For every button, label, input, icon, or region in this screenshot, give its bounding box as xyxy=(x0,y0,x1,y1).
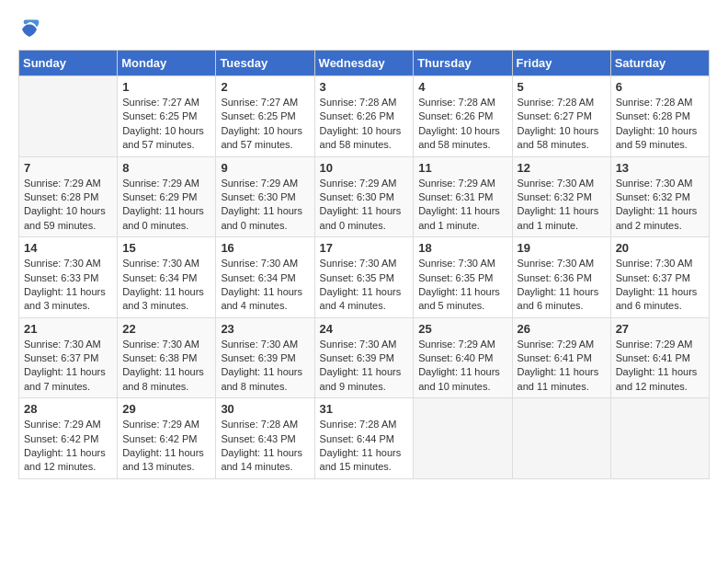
calendar-cell: 4Sunrise: 7:28 AM Sunset: 6:26 PM Daylig… xyxy=(414,76,512,157)
calendar-cell: 6Sunrise: 7:28 AM Sunset: 6:28 PM Daylig… xyxy=(610,76,709,157)
day-number: 16 xyxy=(221,241,309,255)
calendar-cell: 1Sunrise: 7:27 AM Sunset: 6:25 PM Daylig… xyxy=(118,76,216,157)
day-number: 26 xyxy=(518,322,606,336)
calendar-cell: 16Sunrise: 7:30 AM Sunset: 6:34 PM Dayli… xyxy=(216,237,314,318)
day-number: 25 xyxy=(418,322,506,336)
day-info: Sunrise: 7:30 AM Sunset: 6:35 PM Dayligh… xyxy=(418,257,506,314)
day-info: Sunrise: 7:27 AM Sunset: 6:25 PM Dayligh… xyxy=(221,96,309,153)
day-number: 23 xyxy=(221,322,309,336)
day-info: Sunrise: 7:30 AM Sunset: 6:34 PM Dayligh… xyxy=(122,257,210,314)
day-info: Sunrise: 7:28 AM Sunset: 6:26 PM Dayligh… xyxy=(418,96,506,153)
calendar-week-row: 1Sunrise: 7:27 AM Sunset: 6:25 PM Daylig… xyxy=(19,76,710,157)
day-number: 22 xyxy=(122,322,210,336)
calendar-cell: 10Sunrise: 7:29 AM Sunset: 6:30 PM Dayli… xyxy=(314,156,414,237)
day-info: Sunrise: 7:27 AM Sunset: 6:25 PM Dayligh… xyxy=(122,96,210,153)
day-number: 4 xyxy=(418,80,506,94)
calendar-cell: 2Sunrise: 7:27 AM Sunset: 6:25 PM Daylig… xyxy=(216,76,314,157)
day-number: 7 xyxy=(24,161,112,175)
day-info: Sunrise: 7:30 AM Sunset: 6:36 PM Dayligh… xyxy=(518,257,606,314)
day-info: Sunrise: 7:28 AM Sunset: 6:27 PM Dayligh… xyxy=(518,96,606,153)
day-info: Sunrise: 7:30 AM Sunset: 6:37 PM Dayligh… xyxy=(616,257,704,314)
day-number: 15 xyxy=(122,241,210,255)
day-info: Sunrise: 7:29 AM Sunset: 6:30 PM Dayligh… xyxy=(221,177,309,234)
calendar-cell: 27Sunrise: 7:29 AM Sunset: 6:41 PM Dayli… xyxy=(610,317,709,398)
day-number: 10 xyxy=(320,161,409,175)
day-number: 29 xyxy=(122,402,210,416)
calendar-cell: 14Sunrise: 7:30 AM Sunset: 6:33 PM Dayli… xyxy=(19,237,118,318)
day-number: 17 xyxy=(320,241,409,255)
calendar-cell: 13Sunrise: 7:30 AM Sunset: 6:32 PM Dayli… xyxy=(610,156,709,237)
day-info: Sunrise: 7:29 AM Sunset: 6:30 PM Dayligh… xyxy=(320,177,409,234)
calendar-cell: 28Sunrise: 7:29 AM Sunset: 6:42 PM Dayli… xyxy=(19,398,118,479)
calendar-cell: 18Sunrise: 7:30 AM Sunset: 6:35 PM Dayli… xyxy=(414,237,512,318)
calendar-header-row: SundayMondayTuesdayWednesdayThursdayFrid… xyxy=(19,51,710,76)
day-info: Sunrise: 7:28 AM Sunset: 6:28 PM Dayligh… xyxy=(616,96,704,153)
day-number: 13 xyxy=(616,161,704,175)
calendar-table: SundayMondayTuesdayWednesdayThursdayFrid… xyxy=(18,50,710,479)
day-info: Sunrise: 7:30 AM Sunset: 6:37 PM Dayligh… xyxy=(24,338,112,395)
day-number: 5 xyxy=(518,80,606,94)
calendar-cell: 8Sunrise: 7:29 AM Sunset: 6:29 PM Daylig… xyxy=(118,156,216,237)
day-number: 19 xyxy=(518,241,606,255)
calendar-cell: 9Sunrise: 7:29 AM Sunset: 6:30 PM Daylig… xyxy=(216,156,314,237)
calendar-header-saturday: Saturday xyxy=(610,51,709,76)
day-number: 2 xyxy=(221,80,309,94)
day-info: Sunrise: 7:29 AM Sunset: 6:40 PM Dayligh… xyxy=(418,338,506,395)
day-number: 24 xyxy=(320,322,409,336)
calendar-header-wednesday: Wednesday xyxy=(314,51,414,76)
day-info: Sunrise: 7:30 AM Sunset: 6:39 PM Dayligh… xyxy=(320,338,409,395)
day-info: Sunrise: 7:30 AM Sunset: 6:35 PM Dayligh… xyxy=(320,257,409,314)
day-number: 20 xyxy=(616,241,704,255)
calendar-header-sunday: Sunday xyxy=(19,51,118,76)
day-info: Sunrise: 7:30 AM Sunset: 6:34 PM Dayligh… xyxy=(221,257,309,314)
calendar-cell xyxy=(610,398,709,479)
day-info: Sunrise: 7:29 AM Sunset: 6:42 PM Dayligh… xyxy=(24,418,112,475)
calendar-cell: 31Sunrise: 7:28 AM Sunset: 6:44 PM Dayli… xyxy=(314,398,414,479)
calendar-week-row: 7Sunrise: 7:29 AM Sunset: 6:28 PM Daylig… xyxy=(19,156,710,237)
calendar-cell: 23Sunrise: 7:30 AM Sunset: 6:39 PM Dayli… xyxy=(216,317,314,398)
day-info: Sunrise: 7:29 AM Sunset: 6:42 PM Dayligh… xyxy=(122,418,210,475)
logo-icon xyxy=(18,18,40,40)
calendar-cell: 21Sunrise: 7:30 AM Sunset: 6:37 PM Dayli… xyxy=(19,317,118,398)
calendar-cell: 7Sunrise: 7:29 AM Sunset: 6:28 PM Daylig… xyxy=(19,156,118,237)
day-info: Sunrise: 7:29 AM Sunset: 6:29 PM Dayligh… xyxy=(122,177,210,234)
day-number: 28 xyxy=(24,402,112,416)
day-info: Sunrise: 7:28 AM Sunset: 6:26 PM Dayligh… xyxy=(320,96,409,153)
calendar-cell: 17Sunrise: 7:30 AM Sunset: 6:35 PM Dayli… xyxy=(314,237,414,318)
calendar-cell: 3Sunrise: 7:28 AM Sunset: 6:26 PM Daylig… xyxy=(314,76,414,157)
day-info: Sunrise: 7:30 AM Sunset: 6:38 PM Dayligh… xyxy=(122,338,210,395)
day-info: Sunrise: 7:30 AM Sunset: 6:39 PM Dayligh… xyxy=(221,338,309,395)
calendar-cell: 15Sunrise: 7:30 AM Sunset: 6:34 PM Dayli… xyxy=(118,237,216,318)
calendar-header-friday: Friday xyxy=(512,51,610,76)
day-info: Sunrise: 7:28 AM Sunset: 6:43 PM Dayligh… xyxy=(221,418,309,475)
calendar-header-thursday: Thursday xyxy=(414,51,512,76)
day-number: 14 xyxy=(24,241,112,255)
day-info: Sunrise: 7:30 AM Sunset: 6:33 PM Dayligh… xyxy=(24,257,112,314)
day-info: Sunrise: 7:29 AM Sunset: 6:41 PM Dayligh… xyxy=(616,338,704,395)
day-info: Sunrise: 7:29 AM Sunset: 6:31 PM Dayligh… xyxy=(418,177,506,234)
day-number: 27 xyxy=(616,322,704,336)
calendar-cell: 11Sunrise: 7:29 AM Sunset: 6:31 PM Dayli… xyxy=(414,156,512,237)
day-number: 8 xyxy=(122,161,210,175)
day-number: 12 xyxy=(518,161,606,175)
calendar-cell: 20Sunrise: 7:30 AM Sunset: 6:37 PM Dayli… xyxy=(610,237,709,318)
calendar-cell: 26Sunrise: 7:29 AM Sunset: 6:41 PM Dayli… xyxy=(512,317,610,398)
day-number: 6 xyxy=(616,80,704,94)
day-number: 3 xyxy=(320,80,409,94)
day-number: 18 xyxy=(418,241,506,255)
calendar-header-monday: Monday xyxy=(118,51,216,76)
day-info: Sunrise: 7:28 AM Sunset: 6:44 PM Dayligh… xyxy=(320,418,409,475)
day-number: 1 xyxy=(122,80,210,94)
calendar-week-row: 14Sunrise: 7:30 AM Sunset: 6:33 PM Dayli… xyxy=(19,237,710,318)
calendar-week-row: 28Sunrise: 7:29 AM Sunset: 6:42 PM Dayli… xyxy=(19,398,710,479)
calendar-cell xyxy=(19,76,118,157)
calendar-cell: 29Sunrise: 7:29 AM Sunset: 6:42 PM Dayli… xyxy=(118,398,216,479)
day-info: Sunrise: 7:29 AM Sunset: 6:28 PM Dayligh… xyxy=(24,177,112,234)
day-number: 31 xyxy=(320,402,409,416)
calendar-cell: 24Sunrise: 7:30 AM Sunset: 6:39 PM Dayli… xyxy=(314,317,414,398)
calendar-header-tuesday: Tuesday xyxy=(216,51,314,76)
calendar-cell xyxy=(414,398,512,479)
day-number: 9 xyxy=(221,161,309,175)
calendar-cell: 30Sunrise: 7:28 AM Sunset: 6:43 PM Dayli… xyxy=(216,398,314,479)
calendar-cell xyxy=(512,398,610,479)
